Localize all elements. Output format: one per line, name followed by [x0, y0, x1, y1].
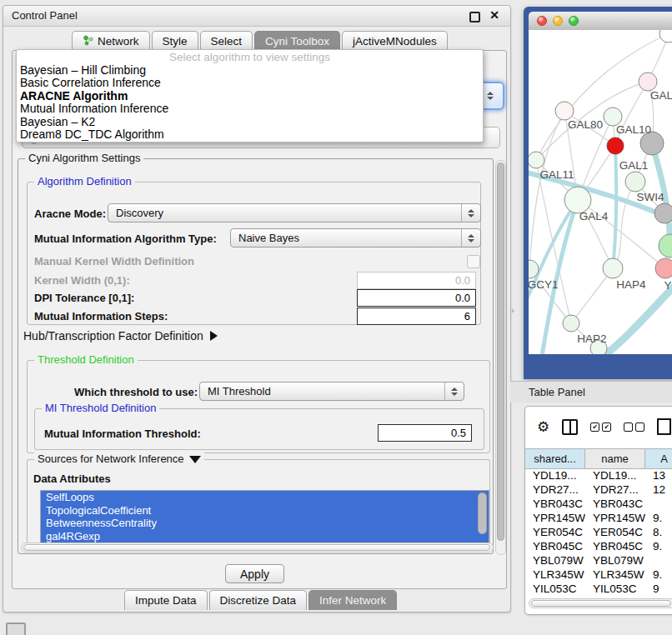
graph-node[interactable]: [659, 30, 672, 42]
network-canvas[interactable]: GALGAL80GAL10GAL1GAL11SWI4GAL4GCY1HAP4YH…: [529, 30, 672, 354]
table-horizontal-scrollbar[interactable]: [529, 598, 672, 608]
threshold-definition-group: Threshold Definition Which threshold to …: [27, 360, 490, 453]
gear-icon[interactable]: ⚙: [537, 420, 549, 434]
table-horizontal-scrollbar-thumb[interactable]: [531, 600, 671, 607]
table-row[interactable]: YDL19...YDL19...13: [525, 468, 672, 482]
algorithm-definition-group: Algorithm Definition Aracne Mode: Discov…: [27, 182, 481, 325]
select-all-checkboxes-icon[interactable]: ✔✔: [590, 422, 611, 432]
tab-select[interactable]: Select: [200, 31, 253, 51]
mi-steps-label: Mutual Information Steps:: [34, 308, 168, 325]
graph-node[interactable]: [655, 258, 672, 278]
table-row[interactable]: YBL079WYBL079W: [525, 553, 672, 568]
table-cell: 8.: [645, 525, 672, 539]
sources-group: Sources for Network Inference Data Attri…: [27, 459, 490, 552]
aracne-mode-value: Discovery: [108, 204, 461, 222]
graph-edge[interactable]: [613, 146, 616, 268]
table-cell: YBR043C: [585, 497, 645, 511]
algorithm-option-dream8-dc-tdc-algorithm[interactable]: Dream8 DC_TDC Algorithm: [17, 128, 483, 141]
splitpane-handle[interactable]: ›: [511, 305, 514, 315]
column-header-a[interactable]: A: [645, 449, 672, 468]
table-row[interactable]: YBR045CYBR045C9.: [525, 539, 672, 553]
settings-vertical-scrollbar[interactable]: [495, 160, 506, 555]
docked-panel-icon[interactable]: [6, 622, 26, 635]
graph-edge[interactable]: [604, 283, 672, 354]
settings-horizontal-scrollbar[interactable]: [21, 542, 494, 552]
hub-definition-expander[interactable]: Hub/Transcription Factor Definition: [23, 329, 218, 342]
dpi-tolerance-input[interactable]: 0.0: [357, 289, 476, 307]
columns-icon[interactable]: [562, 419, 578, 435]
attribute-list-scrollbar[interactable]: [478, 492, 487, 534]
network-view-window: GALGAL80GAL10GAL1GAL11SWI4GAL4GCY1HAP4YH…: [524, 7, 672, 379]
graph-node[interactable]: [639, 72, 657, 91]
dpi-tolerance-label: DPI Tolerance [0,1]:: [34, 289, 134, 307]
manual-kernel-width-checkbox[interactable]: [467, 255, 480, 268]
algorithm-option-aracne-algorithm[interactable]: ARACNE Algorithm: [17, 90, 483, 102]
column-header-name[interactable]: name: [585, 449, 645, 468]
algorithm-option-bayesian-k2[interactable]: Bayesian – K2: [17, 116, 483, 128]
algorithm-option-basic-correlation-inference[interactable]: Basic Correlation Inference: [17, 77, 483, 89]
algorithm-option-bayesian-hill-climbing[interactable]: Bayesian – Hill Climbing: [17, 64, 483, 77]
new-table-icon[interactable]: [657, 418, 671, 435]
table-row[interactable]: YIL053CYIL053C9: [525, 582, 672, 594]
tab-impute-data[interactable]: Impute Data: [124, 590, 208, 610]
algorithm-option-mutual-information-inference[interactable]: Mutual Information Inference: [17, 102, 483, 115]
graph-node[interactable]: [654, 203, 672, 223]
attribute-item-gal4rgexp[interactable]: gal4RGexp: [41, 530, 489, 543]
mi-algorithm-type-value: Naive Bayes: [231, 229, 461, 247]
table-row[interactable]: YPR145WYPR145W9.: [525, 511, 672, 525]
minimize-traffic-light[interactable]: [553, 16, 563, 26]
close-traffic-light[interactable]: [537, 16, 547, 26]
table-body: YDL19...YDL19...13YDR27...YDR27...12YBR0…: [525, 468, 672, 594]
aracne-mode-combo[interactable]: Discovery: [108, 203, 481, 222]
graph-edge[interactable]: [529, 111, 564, 269]
mi-threshold-input[interactable]: 0.5: [378, 424, 472, 442]
settings-vertical-scrollbar-thumb[interactable]: [497, 162, 504, 541]
graph-node[interactable]: [529, 152, 544, 168]
table-cell: YDR27...: [585, 482, 645, 497]
table-row[interactable]: YDR27...YDR27...12: [525, 482, 672, 497]
table-cell: YBR045C: [525, 539, 585, 553]
sources-group-title[interactable]: Sources for Network Inference: [34, 452, 204, 465]
attribute-item-topologicalcoefficient[interactable]: TopologicalCoefficient: [41, 504, 489, 518]
tab-style[interactable]: Style: [152, 31, 198, 51]
attribute-item-betweennesscentrality[interactable]: BetweennessCentrality: [41, 517, 489, 530]
tab-label: Infer Network: [319, 594, 386, 607]
zoom-traffic-light[interactable]: [569, 16, 579, 26]
table-cell: 9.: [645, 539, 672, 553]
tab-label: jActiveMNodules: [353, 35, 437, 48]
close-icon[interactable]: ✕: [489, 8, 499, 22]
deselect-checkboxes-icon[interactable]: [624, 422, 644, 432]
graph-node[interactable]: [603, 258, 623, 278]
graph-node[interactable]: [563, 315, 579, 332]
table-cell: YER054C: [585, 525, 645, 539]
settings-horizontal-scrollbar-thumb[interactable]: [23, 544, 490, 551]
table-cell: YDL19...: [525, 468, 585, 482]
network-window-titlebar[interactable]: [529, 12, 672, 31]
table-row[interactable]: YLR345WYLR345W9.: [525, 568, 672, 582]
kernel-width-input[interactable]: 0.0: [357, 272, 476, 289]
tab-cyni-toolbox[interactable]: Cyni Toolbox: [254, 31, 340, 51]
graph-node[interactable]: [607, 138, 624, 154]
aracne-mode-label: Aracne Mode:: [34, 204, 106, 223]
mi-algorithm-type-combo[interactable]: Naive Bayes: [230, 228, 481, 248]
graph-node[interactable]: [555, 102, 574, 120]
column-header-shared[interactable]: shared...: [525, 449, 585, 468]
graph-node[interactable]: [625, 172, 645, 192]
tab-discretize-data[interactable]: Discretize Data: [209, 590, 308, 610]
table-cell: YDL19...: [585, 468, 645, 482]
attribute-item-selfloops[interactable]: SelfLoops: [41, 491, 489, 504]
tab-infer-network[interactable]: Infer Network: [308, 590, 397, 610]
graph-node[interactable]: [659, 234, 672, 258]
which-threshold-label: Which threshold to use:: [74, 382, 198, 402]
apply-button[interactable]: Apply: [225, 564, 284, 583]
panel-title: Control Panel: [12, 9, 78, 22]
float-window-icon[interactable]: [469, 12, 480, 22]
tab-label: Cyni Toolbox: [265, 35, 329, 48]
algorithm-dropdown-popup: Select algorithm to view settings Bayesi…: [16, 49, 484, 142]
mi-steps-input[interactable]: 6: [357, 308, 476, 325]
table-row[interactable]: YER054CYER054C8.: [525, 525, 672, 539]
table-row[interactable]: YBR043CYBR043C: [525, 497, 672, 511]
which-threshold-combo[interactable]: MI Threshold: [199, 382, 464, 401]
tab-network[interactable]: Network: [72, 31, 150, 51]
tab-jactivemnodules[interactable]: jActiveMNodules: [342, 31, 448, 51]
